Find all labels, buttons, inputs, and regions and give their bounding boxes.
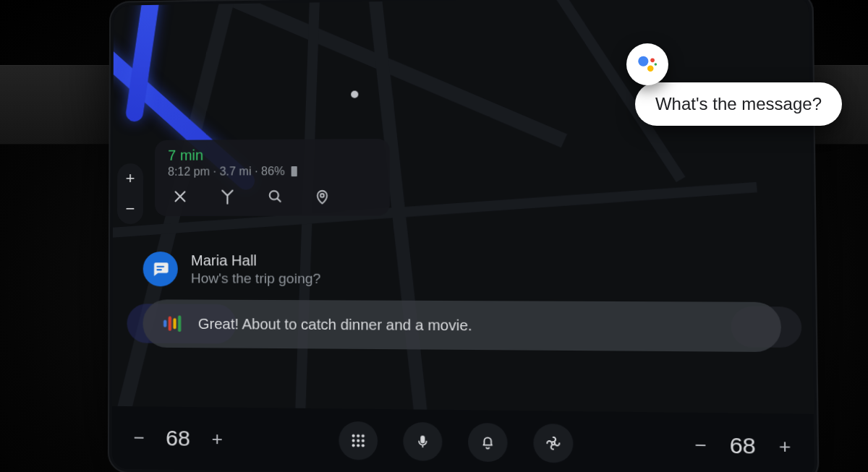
svg-rect-5: [169, 317, 171, 331]
search-icon[interactable]: [267, 188, 283, 205]
zoom-out-button[interactable]: −: [117, 194, 143, 223]
svg-point-14: [352, 444, 355, 447]
svg-point-17: [552, 442, 555, 445]
temp-minus-button[interactable]: −: [690, 434, 710, 458]
trip-distance: 3.7 mi: [220, 165, 252, 177]
center-controls: [339, 421, 573, 463]
close-icon[interactable]: [172, 189, 188, 206]
map-zoom-control: + −: [117, 163, 143, 224]
temp-minus-button[interactable]: −: [129, 426, 148, 450]
svg-point-13: [362, 439, 365, 442]
bottom-bar: − 68 +: [112, 406, 814, 472]
notification-sender: Maria Hall: [191, 252, 320, 270]
temp-plus-button[interactable]: +: [208, 427, 226, 450]
assistant-reply-pill[interactable]: Great! About to catch dinner and a movie…: [142, 299, 781, 352]
destination-pin-icon[interactable]: [314, 188, 331, 205]
svg-point-1: [320, 194, 324, 197]
svg-point-11: [352, 439, 355, 442]
navigation-card[interactable]: 7 min 8:12 pm · 3.7 mi · 86%: [155, 139, 390, 216]
google-assistant-icon[interactable]: [626, 43, 668, 85]
fan-button[interactable]: [533, 424, 573, 463]
passenger-temperature: − 68 +: [690, 432, 795, 460]
svg-point-21: [655, 63, 658, 66]
temp-value: 68: [729, 433, 756, 459]
svg-rect-6: [173, 318, 176, 329]
arrival-time: 8:12 pm: [168, 166, 210, 178]
svg-point-9: [357, 434, 359, 437]
reply-area: Great! About to catch dinner and a movie…: [132, 299, 796, 352]
svg-rect-3: [156, 269, 162, 270]
notification-preview: How's the trip going?: [191, 270, 321, 287]
mic-button[interactable]: [403, 422, 442, 461]
svg-point-20: [647, 65, 654, 72]
svg-point-18: [638, 56, 648, 66]
assistant-prompt-text: What's the message?: [655, 94, 822, 113]
nav-meta: 8:12 pm · 3.7 mi · 86%: [168, 164, 376, 178]
battery-icon: [291, 166, 297, 176]
zoom-in-button[interactable]: +: [117, 164, 143, 193]
driver-temperature: − 68 +: [129, 425, 227, 451]
svg-point-19: [650, 59, 655, 63]
svg-point-10: [362, 434, 365, 437]
svg-point-12: [357, 439, 359, 442]
battery-remaining: 86%: [261, 165, 285, 177]
current-location-dot: [351, 90, 358, 98]
assistant-prompt-bubble: What's the message?: [635, 82, 842, 126]
notifications-button[interactable]: [468, 423, 508, 462]
eta-text: 7 min: [168, 146, 376, 164]
alt-routes-icon[interactable]: [218, 189, 236, 206]
svg-point-15: [357, 444, 359, 447]
svg-rect-7: [178, 315, 181, 332]
svg-rect-2: [156, 266, 164, 267]
svg-point-8: [352, 434, 355, 437]
temp-plus-button[interactable]: +: [775, 434, 796, 458]
messages-icon: [143, 252, 178, 286]
assistant-overlay: What's the message?: [626, 43, 842, 126]
assistant-bars-icon: [162, 312, 184, 334]
reply-text: Great! About to catch dinner and a movie…: [198, 315, 472, 334]
temp-value: 68: [166, 426, 190, 451]
svg-rect-4: [163, 320, 166, 327]
message-notification[interactable]: Maria Hall How's the trip going?: [129, 243, 795, 298]
svg-point-16: [362, 444, 365, 447]
app-grid-button[interactable]: [339, 421, 378, 460]
